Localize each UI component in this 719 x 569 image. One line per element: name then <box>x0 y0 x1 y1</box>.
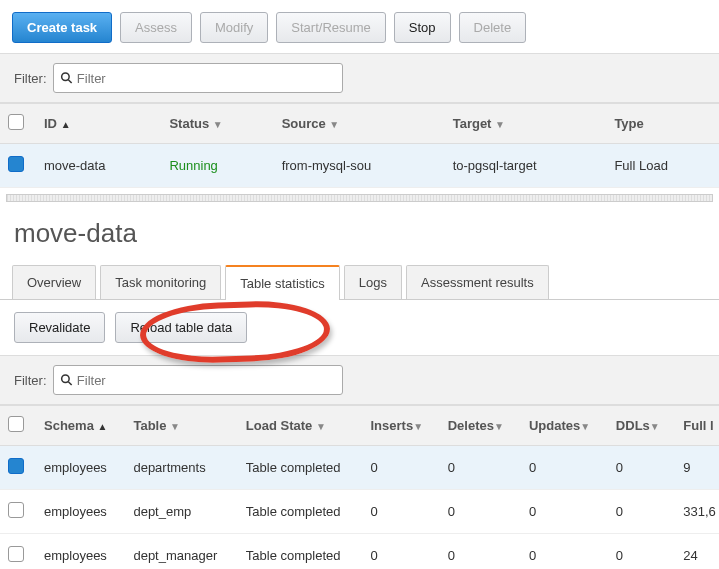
cell-source: from-mysql-sou <box>274 144 445 188</box>
task-table: ID ▲ Status ▼ Source ▼ Target ▼ Type mov… <box>0 103 719 188</box>
cell-state: Table completed <box>238 534 363 570</box>
search-icon <box>60 373 73 387</box>
cell-ddls: 0 <box>608 534 675 570</box>
cell-table: departments <box>125 446 237 490</box>
detail-tabs: Overview Task monitoring Table statistic… <box>0 265 719 300</box>
col-deletes[interactable]: Deletes <box>448 418 494 433</box>
cell-full: 331,6 <box>675 490 719 534</box>
detail-title: move-data <box>0 208 719 259</box>
cell-status: Running <box>161 144 273 188</box>
stats-filter-input[interactable] <box>73 369 336 392</box>
row-checkbox[interactable] <box>8 156 24 172</box>
task-row[interactable]: move-data Running from-mysql-sou to-pgsq… <box>0 144 719 188</box>
tab-monitoring[interactable]: Task monitoring <box>100 265 221 299</box>
delete-button[interactable]: Delete <box>459 12 527 43</box>
cell-table: dept_manager <box>125 534 237 570</box>
cell-full: 24 <box>675 534 719 570</box>
tab-overview[interactable]: Overview <box>12 265 96 299</box>
filter-label: Filter: <box>14 71 47 86</box>
sort-icon: ▼ <box>650 421 660 432</box>
select-all-checkbox[interactable] <box>8 416 24 432</box>
svg-line-1 <box>68 80 71 83</box>
tab-table-statistics[interactable]: Table statistics <box>225 265 340 300</box>
revalidate-button[interactable]: Revalidate <box>14 312 105 343</box>
cell-deletes: 0 <box>440 534 521 570</box>
cell-updates: 0 <box>521 490 608 534</box>
sort-asc-icon: ▲ <box>61 119 71 130</box>
col-id[interactable]: ID <box>44 116 57 131</box>
splitter-handle[interactable] <box>6 194 713 202</box>
create-task-button[interactable]: Create task <box>12 12 112 43</box>
col-status[interactable]: Status <box>169 116 209 131</box>
cell-inserts: 0 <box>362 534 439 570</box>
reload-table-data-button[interactable]: Reload table data <box>115 312 247 343</box>
col-ddls[interactable]: DDLs <box>616 418 650 433</box>
col-table[interactable]: Table <box>133 418 166 433</box>
cell-ddls: 0 <box>608 446 675 490</box>
row-checkbox[interactable] <box>8 502 24 518</box>
filter-input-wrap[interactable] <box>53 365 343 395</box>
sort-icon: ▼ <box>213 119 223 130</box>
cell-inserts: 0 <box>362 446 439 490</box>
cell-full: 9 <box>675 446 719 490</box>
cell-schema: employees <box>36 490 125 534</box>
cell-updates: 0 <box>521 446 608 490</box>
stats-filter-bar: Filter: <box>0 355 719 405</box>
cell-deletes: 0 <box>440 490 521 534</box>
stop-button[interactable]: Stop <box>394 12 451 43</box>
row-checkbox[interactable] <box>8 458 24 474</box>
cell-type: Full Load <box>606 144 719 188</box>
search-icon <box>60 71 73 85</box>
filter-input-wrap[interactable] <box>53 63 343 93</box>
cell-target: to-pgsql-target <box>445 144 607 188</box>
col-inserts[interactable]: Inserts <box>370 418 413 433</box>
cell-schema: employees <box>36 534 125 570</box>
col-schema[interactable]: Schema <box>44 418 94 433</box>
row-checkbox[interactable] <box>8 546 24 562</box>
cell-schema: employees <box>36 446 125 490</box>
cell-id: move-data <box>36 144 161 188</box>
col-updates[interactable]: Updates <box>529 418 580 433</box>
cell-updates: 0 <box>521 534 608 570</box>
stats-table: Schema ▲ Table ▼ Load State ▼ Inserts▼ D… <box>0 405 719 569</box>
start-resume-button[interactable]: Start/Resume <box>276 12 385 43</box>
svg-line-3 <box>68 382 71 385</box>
table-row[interactable]: employees dept_manager Table completed 0… <box>0 534 719 570</box>
assess-button[interactable]: Assess <box>120 12 192 43</box>
task-filter-bar: Filter: <box>0 53 719 103</box>
cell-inserts: 0 <box>362 490 439 534</box>
col-target[interactable]: Target <box>453 116 492 131</box>
table-row[interactable]: employees departments Table completed 0 … <box>0 446 719 490</box>
sort-icon: ▼ <box>329 119 339 130</box>
select-all-checkbox[interactable] <box>8 114 24 130</box>
tab-assessment[interactable]: Assessment results <box>406 265 549 299</box>
cell-deletes: 0 <box>440 446 521 490</box>
col-source[interactable]: Source <box>282 116 326 131</box>
table-row[interactable]: employees dept_emp Table completed 0 0 0… <box>0 490 719 534</box>
sort-icon: ▼ <box>494 421 504 432</box>
sort-icon: ▼ <box>170 421 180 432</box>
filter-label: Filter: <box>14 373 47 388</box>
tab-logs[interactable]: Logs <box>344 265 402 299</box>
sort-icon: ▼ <box>580 421 590 432</box>
task-filter-input[interactable] <box>73 67 336 90</box>
cell-table: dept_emp <box>125 490 237 534</box>
sort-icon: ▼ <box>495 119 505 130</box>
cell-ddls: 0 <box>608 490 675 534</box>
svg-point-2 <box>61 375 68 382</box>
modify-button[interactable]: Modify <box>200 12 268 43</box>
svg-point-0 <box>61 73 68 80</box>
sort-asc-icon: ▲ <box>98 421 108 432</box>
task-toolbar: Create task Assess Modify Start/Resume S… <box>0 0 719 53</box>
col-state[interactable]: Load State <box>246 418 312 433</box>
cell-state: Table completed <box>238 446 363 490</box>
sort-icon: ▼ <box>316 421 326 432</box>
sort-icon: ▼ <box>413 421 423 432</box>
col-full[interactable]: Full l <box>683 418 713 433</box>
stats-toolbar: Revalidate Reload table data <box>0 300 719 355</box>
cell-state: Table completed <box>238 490 363 534</box>
col-type[interactable]: Type <box>614 116 643 131</box>
